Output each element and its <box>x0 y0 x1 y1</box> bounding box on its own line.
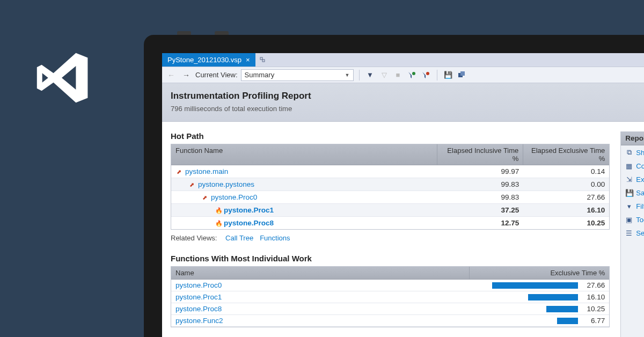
call-icon: ⬈ <box>177 169 183 175</box>
exclusive-value: 0.00 <box>523 178 609 191</box>
flame-icon: 🔥 <box>215 220 222 227</box>
table-row[interactable]: ⬈pystone.Proc099.8327.66 <box>171 191 609 204</box>
action-icon: ⇲ <box>625 175 633 184</box>
svg-point-3 <box>426 72 429 75</box>
table-row[interactable]: pystone.Proc027.66 <box>171 280 609 291</box>
exclusive-value: 6.77 <box>578 317 605 325</box>
report-action-item[interactable]: ⧉Show <box>621 145 644 159</box>
bar <box>528 294 578 301</box>
filter-add-icon[interactable] <box>407 70 418 80</box>
current-view-select[interactable]: Summary ▼ <box>241 69 354 81</box>
action-icon: ▦ <box>625 162 633 170</box>
function-link[interactable]: pystone.Func2 <box>175 317 471 325</box>
action-label: Save <box>636 189 644 197</box>
related-view-link[interactable]: Call Tree <box>225 234 253 242</box>
report-title: Instrumentation Profiling Report <box>171 91 644 101</box>
funcwork-table: Name Exclusive Time % pystone.Proc027.66… <box>171 266 610 327</box>
function-link[interactable]: pystone.Proc1 <box>224 206 274 214</box>
funcwork-title: Functions With Most Individual Work <box>171 254 610 263</box>
hot-path-header-row: Function Name Elapsed Inclusive Time % E… <box>171 144 609 165</box>
report-actions-panel: Report ⧉Show▦Comp⇲Expo💾Save▾Filter▣Togg☰… <box>620 131 644 337</box>
bar <box>492 282 578 289</box>
flame-icon: 🔥 <box>215 207 222 214</box>
function-link[interactable]: pystone.Proc8 <box>175 305 471 313</box>
table-row[interactable]: 🔥pystone.Proc137.2516.10 <box>171 204 609 217</box>
tab-active[interactable]: PyStone_20121030.vsp × <box>162 53 255 67</box>
svg-point-2 <box>412 72 415 75</box>
col-name[interactable]: Name <box>171 267 470 279</box>
exclusive-value: 10.25 <box>578 305 605 313</box>
separator <box>359 70 360 80</box>
table-row[interactable]: pystone.Proc810.25 <box>171 303 609 315</box>
col-exclusive-time[interactable]: Elapsed Exclusive Time % <box>523 144 609 165</box>
svg-rect-5 <box>460 71 465 76</box>
filter-remove-icon[interactable] <box>421 70 431 80</box>
tab-bar: PyStone_20121030.vsp × <box>162 53 644 67</box>
action-icon: 💾 <box>625 189 633 197</box>
bar <box>546 306 578 312</box>
bar-cell <box>471 282 578 289</box>
function-link[interactable]: pystone.Proc0 <box>211 193 257 201</box>
hot-path-title: Hot Path <box>171 131 610 141</box>
col-function-name[interactable]: Function Name <box>171 144 437 165</box>
bar-cell <box>471 318 578 324</box>
tab-overflow-icon[interactable] <box>255 53 270 67</box>
related-views-label: Related Views: <box>171 234 217 242</box>
table-row[interactable]: pystone.Func26.77 <box>171 315 609 327</box>
action-label: Set S <box>636 229 644 237</box>
exclusive-value: 10.25 <box>523 217 609 229</box>
device-frame: PyStone_20121030.vsp × ← → Current View:… <box>144 35 644 337</box>
function-link[interactable]: pystone.Proc1 <box>175 293 471 301</box>
table-row[interactable]: 🔥pystone.Proc812.7510.25 <box>171 217 609 229</box>
action-label: Comp <box>636 162 644 170</box>
table-row[interactable]: ⬈pystone.pystones99.830.00 <box>171 178 609 191</box>
table-row[interactable]: ⬈pystone.main99.970.14 <box>171 165 609 178</box>
svg-rect-0 <box>260 57 262 60</box>
report-action-item[interactable]: ▣Togg <box>621 213 644 226</box>
forward-arrow-icon[interactable]: → <box>180 71 192 79</box>
report-action-item[interactable]: ▦Comp <box>621 159 644 173</box>
report-action-item[interactable]: ▾Filter <box>621 200 644 213</box>
save-icon[interactable]: 💾 <box>443 70 453 80</box>
back-arrow-icon: ← <box>165 71 177 79</box>
close-icon[interactable]: × <box>246 56 250 64</box>
svg-rect-1 <box>262 60 265 62</box>
related-view-link[interactable]: Functions <box>260 234 290 242</box>
exclusive-value: 27.66 <box>523 191 609 203</box>
function-link[interactable]: pystone.main <box>185 167 228 175</box>
funcwork-header-row: Name Exclusive Time % <box>171 267 609 280</box>
separator <box>437 70 437 80</box>
report-action-item[interactable]: ☰Set S <box>621 226 644 240</box>
hot-path-table: Function Name Elapsed Inclusive Time % E… <box>171 144 610 230</box>
report-action-item[interactable]: 💾Save <box>621 186 644 200</box>
function-link[interactable]: pystone.Proc0 <box>175 281 471 289</box>
action-icon: ▣ <box>625 216 633 224</box>
visual-studio-logo <box>32 48 91 107</box>
action-label: Togg <box>636 216 644 224</box>
bar-cell <box>471 306 578 312</box>
col-inclusive-time[interactable]: Elapsed Inclusive Time % <box>437 144 523 165</box>
inclusive-value: 99.83 <box>437 191 523 203</box>
current-view-label: Current View: <box>195 71 238 79</box>
inclusive-value: 37.25 <box>437 204 523 216</box>
exclusive-value: 16.10 <box>578 293 605 301</box>
inclusive-value: 12.75 <box>437 217 523 229</box>
call-icon: ⬈ <box>202 194 209 201</box>
function-link[interactable]: pystone.Proc8 <box>224 219 274 227</box>
exclusive-value: 16.10 <box>523 204 609 216</box>
col-exclusive-time[interactable]: Exclusive Time % <box>470 267 609 279</box>
function-link[interactable]: pystone.pystones <box>198 180 254 188</box>
report-actions-title: Report <box>621 131 644 145</box>
action-label: Expo <box>636 175 644 184</box>
app-screen: PyStone_20121030.vsp × ← → Current View:… <box>162 53 644 337</box>
report-action-item[interactable]: ⇲Expo <box>621 173 644 186</box>
main-column: Hot Path Function Name Elapsed Inclusive… <box>171 131 610 337</box>
table-row[interactable]: pystone.Proc116.10 <box>171 291 609 303</box>
action-icon: ☰ <box>625 229 633 237</box>
action-icon: ▾ <box>625 202 633 210</box>
save-copy-icon[interactable] <box>457 70 467 80</box>
filter-icon[interactable]: ▼ <box>365 70 376 80</box>
chevron-down-icon: ▼ <box>345 72 350 78</box>
toolbar: ← → Current View: Summary ▼ ▼ ▽ ■ 💾 <box>162 67 644 83</box>
stop-icon: ■ <box>393 70 404 80</box>
